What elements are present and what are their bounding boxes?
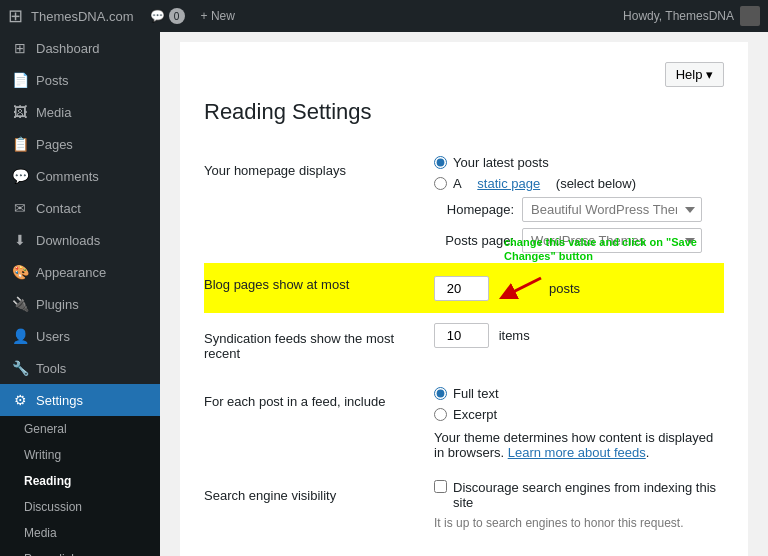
sidebar-item-pages[interactable]: 📋 Pages — [0, 128, 160, 160]
feed-include-row: For each post in a feed, include Full te… — [204, 376, 724, 470]
comments-link[interactable]: 💬 0 — [150, 8, 185, 24]
sidebar-item-tools[interactable]: 🔧 Tools — [0, 352, 160, 384]
sidebar-item-label: Plugins — [36, 297, 79, 312]
homepage-select-label: Homepage: — [434, 202, 514, 217]
search-visibility-checkbox[interactable] — [434, 480, 447, 493]
syndication-label: Syndication feeds show the most recent — [204, 313, 434, 376]
sidebar-item-label: Dashboard — [36, 41, 100, 56]
red-arrow-icon — [493, 273, 543, 303]
contact-icon: ✉ — [12, 200, 28, 216]
syndication-unit: items — [499, 328, 530, 343]
sidebar-item-label: Contact — [36, 201, 81, 216]
radio-excerpt-row: Excerpt — [434, 407, 724, 422]
homepage-radio-group: Your latest posts A static page (select … — [434, 155, 724, 191]
sidebar-item-label: Appearance — [36, 265, 106, 280]
sidebar-item-settings[interactable]: ⚙ Settings — [0, 384, 160, 416]
site-name[interactable]: ThemesDNA.com — [31, 9, 134, 24]
submenu-item-permalinks[interactable]: Permalinks — [0, 546, 160, 556]
media-icon: 🖼 — [12, 104, 28, 120]
syndication-row: Syndication feeds show the most recent i… — [204, 313, 724, 376]
submenu-label: Discussion — [24, 500, 82, 514]
main-content: Help ▾ Reading Settings Your homepage di… — [160, 32, 768, 556]
feeds-learn-more-link[interactable]: Learn more about feeds — [508, 445, 646, 460]
submenu-label: General — [24, 422, 67, 436]
feed-radio-group: Full text Excerpt — [434, 386, 724, 422]
sidebar-item-label: Downloads — [36, 233, 100, 248]
submenu-label: Reading — [24, 474, 71, 488]
sidebar-item-label: Media — [36, 105, 71, 120]
blog-pages-input[interactable] — [434, 276, 489, 301]
sidebar-item-appearance[interactable]: 🎨 Appearance — [0, 256, 160, 288]
page-title: Reading Settings — [204, 99, 724, 125]
feed-include-options: Full text Excerpt Your theme determines … — [434, 376, 724, 470]
new-content-link[interactable]: + New — [201, 9, 235, 23]
radio-full-text-label: Full text — [453, 386, 499, 401]
sidebar-item-dashboard[interactable]: ⊞ Dashboard — [0, 32, 160, 64]
radio-excerpt[interactable] — [434, 408, 447, 421]
homepage-select[interactable]: Beautiful WordPress Themes — [522, 197, 702, 222]
submenu-item-reading[interactable]: Reading — [0, 468, 160, 494]
search-visibility-checkbox-row: Discourage search engines from indexing … — [434, 480, 724, 510]
search-visibility-row: Search engine visibility Discourage sear… — [204, 470, 724, 540]
radio-static-page-prefix: A — [453, 176, 462, 191]
submenu-label: Writing — [24, 448, 61, 462]
sidebar-item-plugins[interactable]: 🔌 Plugins — [0, 288, 160, 320]
static-page-suffix: (select below) — [556, 176, 636, 191]
syndication-value-cell: items — [434, 313, 724, 376]
radio-excerpt-label: Excerpt — [453, 407, 497, 422]
syndication-input[interactable] — [434, 323, 489, 348]
user-avatar — [740, 6, 760, 26]
users-icon: 👤 — [12, 328, 28, 344]
help-button[interactable]: Help ▾ — [665, 62, 724, 87]
search-visibility-label: Search engine visibility — [204, 470, 434, 540]
sidebar-item-posts[interactable]: 📄 Posts — [0, 64, 160, 96]
sidebar-item-label: Posts — [36, 73, 69, 88]
svg-line-1 — [507, 278, 541, 295]
submenu-item-writing[interactable]: Writing — [0, 442, 160, 468]
homepage-displays-label: Your homepage displays — [204, 145, 434, 263]
settings-icon: ⚙ — [12, 392, 28, 408]
search-visibility-options: Discourage search engines from indexing … — [434, 470, 724, 540]
feed-description: Your theme determines how content is dis… — [434, 430, 724, 460]
submenu-item-general[interactable]: General — [0, 416, 160, 442]
plugins-icon: 🔌 — [12, 296, 28, 312]
sidebar: ⊞ Dashboard 📄 Posts 🖼 Media 📋 Pages 💬 Co… — [0, 32, 160, 556]
radio-static-page[interactable] — [434, 177, 447, 190]
annotation-text: change this value and click on "Save Cha… — [504, 235, 704, 264]
topbar: ⊞ ThemesDNA.com 💬 0 + New Howdy, ThemesD… — [0, 0, 768, 32]
sidebar-item-media[interactable]: 🖼 Media — [0, 96, 160, 128]
sidebar-item-label: Users — [36, 329, 70, 344]
sidebar-item-label: Pages — [36, 137, 73, 152]
sidebar-item-label: Settings — [36, 393, 83, 408]
settings-form-table: Your homepage displays Your latest posts — [204, 145, 724, 540]
wp-logo-icon: ⊞ — [8, 5, 23, 27]
posts-icon: 📄 — [12, 72, 28, 88]
submenu-label: Permalinks — [24, 552, 83, 556]
radio-full-text-row: Full text — [434, 386, 724, 401]
comment-icon: 💬 — [150, 9, 165, 23]
radio-latest-posts-label: Your latest posts — [453, 155, 549, 170]
pages-icon: 📋 — [12, 136, 28, 152]
sidebar-item-label: Tools — [36, 361, 66, 376]
help-bar: Help ▾ — [204, 62, 724, 87]
blog-pages-unit: posts — [549, 281, 580, 296]
sidebar-item-downloads[interactable]: ⬇ Downloads — [0, 224, 160, 256]
static-page-link[interactable]: static page — [477, 176, 540, 191]
comments-icon: 💬 — [12, 168, 28, 184]
radio-latest-posts[interactable] — [434, 156, 447, 169]
posts-page-select-label: Posts page: — [434, 233, 514, 248]
submenu-item-discussion[interactable]: Discussion — [0, 494, 160, 520]
howdy-text: Howdy, ThemesDNA — [623, 9, 734, 23]
search-visibility-checkbox-label: Discourage search engines from indexing … — [453, 480, 724, 510]
submenu-item-media[interactable]: Media — [0, 520, 160, 546]
tools-icon: 🔧 — [12, 360, 28, 376]
appearance-icon: 🎨 — [12, 264, 28, 280]
sidebar-item-comments[interactable]: 💬 Comments — [0, 160, 160, 192]
downloads-icon: ⬇ — [12, 232, 28, 248]
annotation-area: posts change this value and click on "Sa… — [434, 273, 724, 303]
blog-pages-row: Blog pages show at most — [204, 263, 724, 313]
radio-full-text[interactable] — [434, 387, 447, 400]
sidebar-item-contact[interactable]: ✉ Contact — [0, 192, 160, 224]
sidebar-item-users[interactable]: 👤 Users — [0, 320, 160, 352]
topbar-right: Howdy, ThemesDNA — [623, 6, 760, 26]
